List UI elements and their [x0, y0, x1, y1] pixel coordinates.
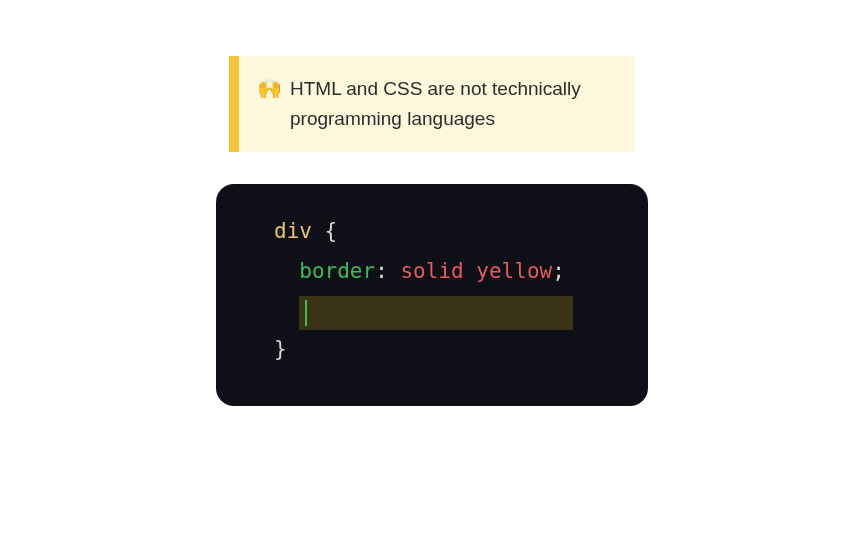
text-cursor — [305, 300, 307, 326]
callout-accent-bar — [229, 56, 239, 152]
code-line-1: div { — [274, 212, 590, 252]
close-brace: } — [274, 337, 287, 361]
css-selector: div — [274, 219, 312, 243]
callout-box: 🙌 HTML and CSS are not technically progr… — [229, 56, 635, 152]
colon: : — [375, 259, 388, 283]
css-property: border — [299, 259, 375, 283]
semicolon: ; — [552, 259, 565, 283]
callout-body: 🙌 HTML and CSS are not technically progr… — [239, 56, 635, 152]
raising-hands-icon: 🙌 — [257, 74, 282, 102]
code-line-4: } — [274, 330, 590, 370]
code-line-2: border: solid yellow; — [274, 252, 590, 292]
code-editor[interactable]: div { border: solid yellow; } — [216, 184, 648, 406]
open-brace: { — [325, 219, 338, 243]
css-value: solid yellow — [400, 259, 552, 283]
active-input-line[interactable] — [299, 296, 573, 330]
callout-text: HTML and CSS are not technically program… — [290, 74, 613, 134]
